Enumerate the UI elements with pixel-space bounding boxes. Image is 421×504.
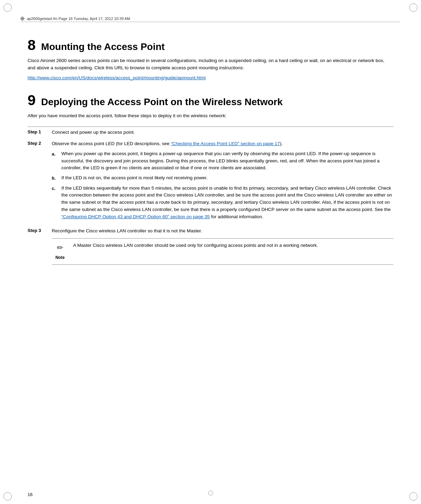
step1-label: Step 1 [28, 129, 52, 134]
section9-heading: 9 Deploying the Access Point on the Wire… [28, 93, 393, 108]
step2-text: Observe the access point LED (for LED de… [52, 141, 171, 146]
step1-row: Step 1 Connect and power up the access p… [28, 127, 393, 138]
substep-b-content: If the LED is not on, the access point i… [61, 174, 393, 182]
corner-mark-br [409, 492, 418, 501]
note-label: Note [56, 254, 65, 261]
section9-number: 9 [28, 93, 36, 108]
bottom-center-mark [208, 491, 213, 495]
steps-table: Step 1 Connect and power up the access p… [28, 127, 393, 267]
page-number: 16 [28, 492, 32, 497]
page-container: ap2600getstart.fm Page 16 Tuesday, April… [0, 0, 421, 504]
corner-mark-tr [409, 3, 418, 12]
section8-link[interactable]: http://www.cisco.com/en/US/docs/wireless… [28, 75, 206, 80]
substep-a-content: When you power up the access point, it b… [61, 150, 393, 172]
substep-a: a. When you power up the access point, i… [52, 150, 393, 172]
substep-c-label: c. [52, 185, 61, 192]
substep-c-text: If the LED blinks sequentially for more … [61, 185, 392, 212]
section9-body1: After you have mounted the access point,… [28, 112, 393, 120]
step2-content: Observe the access point LED (for LED de… [52, 140, 393, 223]
note-box: ✏ Note A Master Cisco wireless LAN contr… [52, 238, 393, 265]
file-header: ap2600getstart.fm Page 16 Tuesday, April… [21, 17, 400, 22]
substep-b: b. If the LED is not on, the access poin… [52, 174, 393, 182]
step3-content: Reconfigure the Cisco wireless LAN contr… [52, 228, 393, 265]
substep-c-content: If the LED blinks sequentially for more … [61, 185, 393, 221]
step3-row: Step 3 Reconfigure the Cisco wireless LA… [28, 225, 393, 267]
note-content: A Master Cisco wireless LAN controller s… [73, 242, 393, 249]
substep-c-link[interactable]: “Configuring DHCP Option 43 and DHCP Opt… [61, 214, 210, 219]
sub-steps: a. When you power up the access point, i… [52, 150, 393, 221]
corner-mark-tl [3, 3, 12, 12]
note-icon-area: ✏ Note [52, 242, 68, 261]
substep-c-text-after: for additional information. [210, 214, 263, 219]
diamond-icon [20, 16, 25, 21]
section8-body1: Cisco Aironet 2600 series access points … [28, 57, 393, 72]
step3-text: Reconfigure the Cisco wireless LAN contr… [52, 228, 202, 233]
section8-number: 8 [28, 38, 36, 52]
section9-title: Deploying the Access Point on the Wirele… [41, 97, 282, 108]
step2-label: Step 2 [28, 140, 52, 146]
step2-text-after: ). [280, 141, 283, 146]
step1-content: Connect and power up the access point. [52, 129, 393, 136]
pencil-icon: ✏ [57, 242, 63, 254]
main-content: 8 Mounting the Access Point Cisco Airone… [28, 28, 393, 483]
corner-mark-bl [3, 492, 12, 501]
step3-label: Step 3 [28, 228, 52, 233]
step2-link[interactable]: “Checking the Access Point LED” section … [171, 141, 280, 146]
substep-c: c. If the LED blinks sequentially for mo… [52, 185, 393, 221]
section8-title: Mounting the Access Point [41, 42, 164, 52]
section8-heading: 8 Mounting the Access Point [28, 38, 393, 52]
step2-row: Step 2 Observe the access point LED (for… [28, 138, 393, 225]
substep-a-label: a. [52, 150, 61, 158]
file-header-text: ap2600getstart.fm Page 16 Tuesday, April… [27, 17, 130, 21]
substep-b-label: b. [52, 174, 61, 182]
